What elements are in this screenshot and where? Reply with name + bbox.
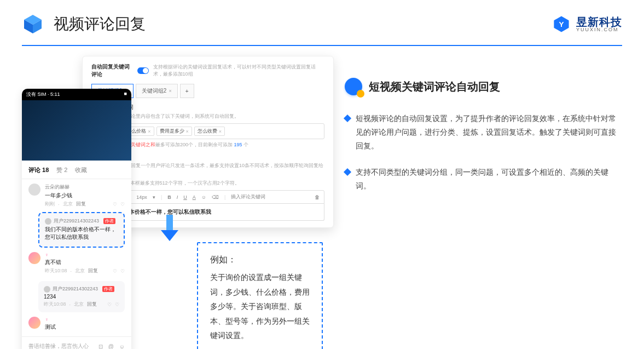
close-icon[interactable]: × xyxy=(169,88,171,94)
section-title: 短视频关键词评论自动回复 xyxy=(369,79,500,94)
tab-comments[interactable]: 评论 18 xyxy=(28,166,49,174)
avatar-small xyxy=(45,218,51,225)
avatar xyxy=(28,252,40,264)
svg-text:Y: Y xyxy=(559,20,564,28)
svg-marker-6 xyxy=(161,230,178,241)
avatar xyxy=(28,317,40,329)
keyword-chip[interactable]: 费用是多少× xyxy=(156,127,192,136)
svg-rect-5 xyxy=(166,215,173,230)
comment-text: 一年多少钱 xyxy=(45,192,125,199)
cube-icon xyxy=(22,13,44,35)
dislike-icon[interactable]: ♡ xyxy=(115,302,119,307)
keyword-group-tab-2[interactable]: 关键词组2× xyxy=(136,84,178,98)
italic-icon[interactable]: I xyxy=(177,194,178,200)
bullet-item: 支持不同类型的关键词分组，同一类问题，可设置多个相近的、高频的关键词。 xyxy=(345,165,622,193)
author-badge: 作者 xyxy=(103,218,115,224)
auto-reply-switch[interactable] xyxy=(137,67,148,74)
avatar xyxy=(28,184,40,196)
arrow-icon xyxy=(159,215,181,242)
clear-format-icon[interactable]: ⌫ xyxy=(212,194,219,200)
underline-icon[interactable]: U xyxy=(183,194,187,200)
example-body: 关于询价的设置成一组关键词，多少钱、什么价格，费用多少等。关于咨询班型、版本、型… xyxy=(210,270,310,343)
reply-button[interactable]: 回复 xyxy=(88,267,98,274)
diamond-icon xyxy=(344,115,351,122)
auto-reply-label: 自动回复关键词评论 xyxy=(91,63,133,78)
company-logo: Y 昱新科技 YUUXIN.COM xyxy=(552,15,622,33)
page-title: 视频评论回复 xyxy=(54,14,146,35)
phone-status-bar: 没有 SIM · 5:11■ xyxy=(22,89,131,100)
delete-icon[interactable]: 🗑 xyxy=(315,194,320,200)
comment-username: 云朵的赫赫 xyxy=(45,184,125,191)
dislike-icon[interactable]: ♡ xyxy=(120,268,125,274)
comment-item: 云朵的赫赫 一年多少钱 刚刚· 北京 回复 ♡ ♡ xyxy=(22,179,131,212)
video-thumbnail xyxy=(22,100,131,161)
like-icon[interactable]: ♡ xyxy=(113,202,117,207)
diamond-icon xyxy=(344,168,351,175)
image-icon[interactable]: ⊡ xyxy=(98,344,103,350)
like-icon[interactable]: ♡ xyxy=(107,302,112,307)
logo-icon: Y xyxy=(552,15,571,33)
comment-item: ♀ 真不错 昨天10:08·北京 回复 ♡ ♡ xyxy=(22,248,131,279)
logo-text-cn: 昱新科技 xyxy=(576,16,622,27)
emoji-icon[interactable]: ☺ xyxy=(201,194,206,200)
add-keyword-group-button[interactable]: + xyxy=(180,84,194,98)
tab-favorites[interactable]: 收藏 xyxy=(75,166,87,174)
mention-icon[interactable]: @ xyxy=(108,344,114,350)
font-size-select[interactable]: 14px xyxy=(136,194,147,200)
author-badge: 作者 xyxy=(102,286,114,292)
like-icon[interactable]: ♡ xyxy=(113,268,117,274)
insert-keyword-button[interactable]: 插入评论关键词 xyxy=(231,193,265,201)
auto-reply-desc: 支持根据评论的关键词设置回复话术，可以针对不同类型关键词设置回复话术，最多添加1… xyxy=(153,64,324,78)
logo-text-en: YUUXIN.COM xyxy=(576,27,622,32)
section-badge-icon xyxy=(345,78,362,95)
example-callout: 例如： 关于询价的设置成一组关键词，多少钱、什么价格，费用多少等。关于咨询班型、… xyxy=(197,242,323,349)
tab-likes[interactable]: 赞 2 xyxy=(56,166,67,174)
author-reply: 用户2299214302243作者 1234 昨天10:08·北京 回复 ♡ ♡ xyxy=(38,281,125,312)
dislike-icon[interactable]: ♡ xyxy=(120,202,125,207)
comment-input[interactable]: 善语结善缘，恶言伤人心 xyxy=(28,342,93,349)
emoji-icon[interactable]: ☺ xyxy=(119,344,125,350)
phone-mockup: 没有 SIM · 5:11■ 评论 18 赞 2 收藏 云朵的赫赫 一年多少钱 … xyxy=(22,89,131,349)
author-reply: 用户2299214302243作者 我们不同的版本价格不一样，您可以私信联系我 xyxy=(38,212,125,248)
example-title: 例如： xyxy=(210,254,310,266)
comment-item: ♀ 测试 xyxy=(22,312,131,336)
bullet-item: 短视频评论的自动回复设置，为了提升作者的评论回复效率，在系统中针对常见的评论用户… xyxy=(345,112,622,153)
font-color-icon[interactable]: A xyxy=(193,194,196,200)
bold-icon[interactable]: B xyxy=(167,194,171,200)
reply-button[interactable]: 回复 xyxy=(76,201,86,208)
keyword-chip[interactable]: 怎么收费× xyxy=(194,127,225,136)
